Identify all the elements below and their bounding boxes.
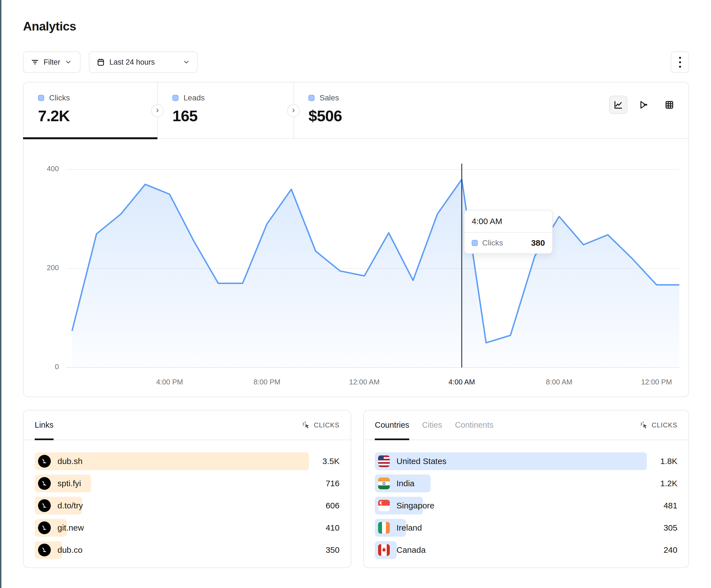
- stat-tab-sales[interactable]: Sales $506: [294, 82, 430, 138]
- leads-legend-chip: [172, 95, 178, 101]
- stat-tab-clicks[interactable]: Clicks 7.2K: [24, 82, 157, 138]
- stat-label: Sales: [320, 93, 339, 103]
- flag-icon-in: [378, 478, 390, 489]
- item-label: git.new: [58, 523, 84, 533]
- date-range-label: Last 24 hours: [109, 58, 155, 67]
- stat-tab-leads[interactable]: Leads 165: [157, 82, 294, 138]
- x-axis-tick: 8:00 PM: [245, 378, 289, 386]
- tab-cities[interactable]: Cities: [422, 410, 442, 439]
- dub-link-icon: [38, 499, 51, 512]
- countries-metric-label: CLICKS: [652, 421, 677, 429]
- countries-list: United States1.8KIndia1.2KSingapore481Ir…: [375, 452, 677, 559]
- stat-expand-chevron[interactable]: ›: [287, 104, 300, 117]
- line-chart-view-button[interactable]: [609, 96, 627, 114]
- item-value: 716: [309, 479, 340, 488]
- x-axis-tick: 8:00 AM: [537, 378, 581, 386]
- funnel-chart-icon: [639, 100, 649, 110]
- list-item[interactable]: India1.2K: [375, 475, 677, 492]
- x-axis-tick: 12:00 AM: [342, 378, 386, 386]
- list-item[interactable]: United States1.8K: [375, 452, 677, 470]
- window-edge-accent: [0, 0, 1, 588]
- tab-countries[interactable]: Countries: [375, 410, 409, 439]
- item-label: Ireland: [396, 523, 422, 533]
- list-item[interactable]: Singapore481: [375, 497, 677, 515]
- countries-metric-selector[interactable]: CLICKS: [640, 421, 677, 429]
- tooltip-series-chip: [472, 240, 478, 246]
- analytics-chart-card: Clicks 7.2K Leads 165 Sales $506 › ›: [23, 82, 689, 397]
- y-axis-tick-0: 0: [37, 362, 59, 371]
- dub-link-icon: [38, 544, 51, 557]
- sales-legend-chip: [308, 95, 315, 101]
- item-label: Canada: [396, 545, 426, 555]
- item-value: 410: [309, 523, 340, 533]
- list-item[interactable]: spti.fyi716: [35, 475, 340, 492]
- item-value: 3.5K: [309, 456, 340, 466]
- list-item[interactable]: d.to/try606: [35, 497, 340, 515]
- chart-tooltip: 4:00 AM Clicks 380: [464, 210, 553, 254]
- item-value: 240: [647, 545, 677, 555]
- flag-icon-ca: [378, 544, 390, 556]
- calendar-icon: [96, 58, 105, 66]
- y-axis-tick-400: 400: [37, 164, 59, 173]
- dub-link-icon: [38, 477, 51, 490]
- dub-link-icon: [38, 455, 51, 468]
- more-options-button[interactable]: [671, 51, 689, 73]
- chart-area-fill: [72, 179, 680, 367]
- stat-label: Leads: [184, 93, 204, 103]
- chart-canvas: [66, 156, 680, 368]
- item-value: 350: [309, 545, 340, 555]
- stat-value: $506: [308, 107, 430, 125]
- flag-icon-ie: [378, 522, 390, 534]
- item-value: 1.8K: [647, 456, 677, 466]
- table-grid-icon: [664, 100, 674, 110]
- stats-header: Clicks 7.2K Leads 165 Sales $506 › ›: [24, 82, 689, 139]
- tooltip-series-label: Clicks: [482, 239, 503, 247]
- cursor-click-icon: [640, 421, 648, 429]
- tooltip-value: 380: [531, 238, 545, 248]
- item-label: dub.co: [58, 545, 83, 555]
- cursor-click-icon: [302, 421, 310, 429]
- item-label: Singapore: [396, 501, 434, 510]
- table-view-button[interactable]: [660, 96, 678, 114]
- item-label: dub.sh: [58, 456, 83, 466]
- list-item[interactable]: Ireland305: [375, 519, 677, 537]
- stat-value: 165: [172, 107, 294, 125]
- countries-panel-header: CountriesCitiesContinents CLICKS: [364, 410, 689, 440]
- page-title: Analytics: [23, 19, 76, 33]
- item-label: United States: [396, 456, 447, 466]
- links-panel: Links CLICKS dub.sh3.5Kspti.fyi716d.to/t…: [23, 410, 351, 568]
- filter-button-label: Filter: [44, 58, 60, 67]
- tab-continents[interactable]: Continents: [455, 410, 494, 439]
- links-list: dub.sh3.5Kspti.fyi716d.to/try606git.new4…: [35, 452, 340, 559]
- active-stat-underline: [23, 137, 157, 139]
- x-axis-tick: 4:00 AM: [439, 378, 484, 386]
- filter-button[interactable]: Filter: [23, 51, 81, 73]
- links-metric-selector[interactable]: CLICKS: [302, 421, 340, 429]
- item-value: 481: [647, 501, 677, 510]
- item-value: 305: [647, 523, 677, 533]
- item-label: India: [396, 479, 414, 488]
- list-item[interactable]: git.new410: [35, 519, 340, 537]
- dub-link-icon: [38, 521, 51, 534]
- flag-icon-sg: [378, 500, 390, 512]
- tab-links[interactable]: Links: [35, 410, 53, 439]
- clicks-area-chart[interactable]: [66, 156, 680, 368]
- y-axis-tick-200: 200: [37, 264, 59, 272]
- links-metric-label: CLICKS: [314, 421, 340, 429]
- stat-expand-chevron[interactable]: ›: [151, 104, 164, 117]
- item-label: d.to/try: [58, 501, 83, 510]
- list-item[interactable]: dub.sh3.5K: [35, 452, 340, 470]
- stat-label: Clicks: [49, 93, 70, 103]
- links-panel-header: Links CLICKS: [24, 410, 351, 440]
- x-axis-tick: 4:00 PM: [147, 378, 192, 386]
- list-item[interactable]: Canada240: [375, 541, 677, 559]
- flag-icon-us: [378, 455, 390, 467]
- x-axis-tick: 12:00 PM: [634, 378, 679, 386]
- item-value: 606: [309, 501, 340, 510]
- item-value: 1.2K: [647, 479, 677, 488]
- funnel-chart-view-button[interactable]: [635, 96, 653, 114]
- list-item[interactable]: dub.co350: [35, 541, 340, 559]
- stat-value: 7.2K: [38, 107, 157, 125]
- date-range-button[interactable]: Last 24 hours: [89, 51, 198, 73]
- line-chart-icon: [613, 100, 623, 110]
